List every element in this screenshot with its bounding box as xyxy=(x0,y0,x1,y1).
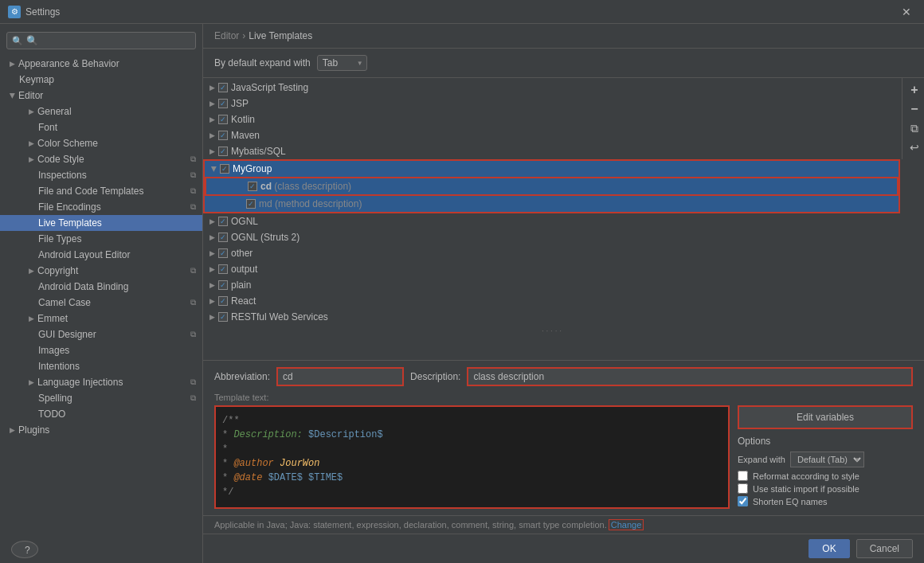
item-checkbox[interactable] xyxy=(246,199,256,209)
expand-arrow: ▶ xyxy=(10,426,15,434)
group-label: Maven xyxy=(231,130,260,141)
sidebar-item-label: Color Scheme xyxy=(37,138,98,149)
sidebar-item-live-templates[interactable]: Live Templates xyxy=(0,215,202,231)
sidebar-item-gui-designer[interactable]: GUI Designer ⧉ xyxy=(0,326,202,342)
copy-icon: ⧉ xyxy=(190,202,196,212)
static-import-checkbox[interactable] xyxy=(738,483,748,494)
expand-with-dropdown-wrapper[interactable]: Tab Enter Space xyxy=(317,55,367,71)
sidebar-item-file-code-templates[interactable]: File and Code Templates ⧉ xyxy=(0,183,202,199)
sidebar-item-android-layout-editor[interactable]: Android Layout Editor xyxy=(0,247,202,263)
group-other[interactable]: ▶ other xyxy=(203,245,900,261)
sidebar-item-label: Live Templates xyxy=(38,217,102,229)
scroll-indicator: · · · · · xyxy=(203,325,900,337)
sidebar-item-label: Font xyxy=(38,122,57,133)
cancel-button[interactable]: Cancel xyxy=(856,539,913,558)
code-line-4: * @author JourWon xyxy=(222,456,722,471)
group-arrow: ▶ xyxy=(209,281,215,289)
reformat-label: Reformat according to style xyxy=(753,471,859,481)
group-kotlin[interactable]: ▶ Kotlin xyxy=(203,111,900,127)
group-checkbox[interactable] xyxy=(218,83,228,92)
group-ognl[interactable]: ▶ OGNL xyxy=(203,213,900,229)
group-label: MyGroup xyxy=(233,163,272,174)
group-checkbox[interactable] xyxy=(218,280,228,290)
group-checkbox[interactable] xyxy=(218,296,228,306)
sidebar-item-inspections[interactable]: Inspections ⧉ xyxy=(0,167,202,183)
group-maven[interactable]: ▶ Maven xyxy=(203,127,900,143)
reformat-checkbox[interactable] xyxy=(738,471,748,481)
group-checkbox[interactable] xyxy=(218,131,228,140)
group-ognl-struts[interactable]: ▶ OGNL (Struts 2) xyxy=(203,229,900,245)
search-box[interactable]: 🔍 xyxy=(6,32,196,49)
sidebar-item-general[interactable]: ▶ General xyxy=(0,104,202,119)
group-checkbox[interactable] xyxy=(218,217,228,226)
group-checkbox[interactable] xyxy=(218,99,228,108)
template-editor[interactable]: /** * Description: $Description$ * * @au… xyxy=(214,405,730,509)
sidebar-item-todo[interactable]: TODO xyxy=(0,406,202,422)
group-mygroup[interactable]: ▶ MyGroup xyxy=(205,161,899,177)
expand-with-options-select[interactable]: Default (Tab) Tab Enter Space xyxy=(790,452,864,467)
group-restful[interactable]: ▶ RESTful Web Services xyxy=(203,309,900,325)
group-javascript-testing[interactable]: ▶ JavaScript Testing xyxy=(203,80,900,96)
shorten-eq-checkbox[interactable] xyxy=(738,496,748,506)
sidebar-item-camel-case[interactable]: Camel Case ⧉ xyxy=(0,295,202,311)
applicable-row: Applicable in Java; Java: statement, exp… xyxy=(203,515,924,534)
group-plain[interactable]: ▶ plain xyxy=(203,277,900,293)
sidebar-item-file-types[interactable]: File Types xyxy=(0,231,202,247)
group-arrow: ▶ xyxy=(209,84,215,92)
copy-icon: ⧉ xyxy=(190,186,196,196)
ok-button[interactable]: OK xyxy=(808,539,849,558)
sidebar-item-copyright[interactable]: ▶ Copyright ⧉ xyxy=(0,263,202,279)
search-input[interactable] xyxy=(26,35,190,46)
group-output[interactable]: ▶ output xyxy=(203,261,900,277)
group-label: OGNL (Struts 2) xyxy=(231,232,300,243)
sidebar-item-language-injections[interactable]: ▶ Language Injections ⧉ xyxy=(0,374,202,390)
sidebar-item-color-scheme[interactable]: ▶ Color Scheme xyxy=(0,135,202,151)
sidebar-item-android-data-binding[interactable]: Android Data Binding xyxy=(0,279,202,295)
item-checkbox[interactable] xyxy=(248,182,257,191)
sidebar-item-editor[interactable]: ▶ Editor xyxy=(0,88,202,104)
group-checkbox[interactable] xyxy=(220,164,229,174)
template-item-cd[interactable]: cd (class description) xyxy=(205,177,899,196)
search-icon: 🔍 xyxy=(12,36,23,46)
restore-button[interactable]: ↩ xyxy=(906,139,923,156)
group-jsp[interactable]: ▶ JSP xyxy=(203,96,900,111)
sidebar-item-appearance[interactable]: ▶ Appearance & Behavior xyxy=(0,56,202,72)
sidebar-item-spelling[interactable]: Spelling ⧉ xyxy=(0,390,202,406)
expand-with-label: By default expand with xyxy=(214,57,311,68)
group-checkbox[interactable] xyxy=(218,264,228,274)
sidebar-item-keymap[interactable]: Keymap xyxy=(0,72,202,88)
group-arrow: ▶ xyxy=(209,313,215,321)
group-arrow: ▶ xyxy=(210,166,218,172)
group-checkbox[interactable] xyxy=(218,248,228,258)
sidebar-item-label: Inspections xyxy=(38,170,87,181)
copy-button[interactable]: ⧉ xyxy=(906,119,923,137)
abbreviation-input[interactable] xyxy=(276,367,404,386)
sidebar-item-font[interactable]: Font xyxy=(0,119,202,135)
remove-button[interactable]: − xyxy=(906,100,923,118)
edit-variables-button[interactable]: Edit variables xyxy=(738,405,913,429)
group-react[interactable]: ▶ React xyxy=(203,293,900,309)
group-arrow: ▶ xyxy=(209,131,215,139)
group-checkbox[interactable] xyxy=(218,147,228,156)
sidebar-item-plugins[interactable]: ▶ Plugins xyxy=(0,422,202,438)
item-label: md (method description) xyxy=(259,198,362,209)
group-mybatis-sql[interactable]: ▶ Mybatis/SQL xyxy=(203,143,900,159)
sidebar-item-emmet[interactable]: ▶ Emmet xyxy=(0,311,202,326)
expand-with-options-dropdown-wrapper[interactable]: Default (Tab) Tab Enter Space xyxy=(790,452,864,467)
group-label: OGNL xyxy=(231,216,258,227)
expand-with-select[interactable]: Tab Enter Space xyxy=(317,55,367,71)
add-button[interactable]: + xyxy=(906,81,923,99)
group-checkbox[interactable] xyxy=(218,233,228,242)
close-button[interactable]: ✕ xyxy=(897,4,916,20)
description-input[interactable] xyxy=(467,367,913,386)
template-item-md[interactable]: md (method description) xyxy=(205,196,899,212)
sidebar-item-code-style[interactable]: ▶ Code Style ⧉ xyxy=(0,151,202,167)
sidebar-item-images[interactable]: Images xyxy=(0,342,202,358)
sidebar-item-file-encodings[interactable]: File Encodings ⧉ xyxy=(0,199,202,215)
change-link[interactable]: Change xyxy=(609,519,644,530)
group-checkbox[interactable] xyxy=(218,115,228,124)
sidebar-item-label: Editor xyxy=(18,90,43,101)
group-checkbox[interactable] xyxy=(218,312,228,322)
sidebar-item-label: Camel Case xyxy=(38,297,91,308)
sidebar-item-intentions[interactable]: Intentions xyxy=(0,358,202,374)
